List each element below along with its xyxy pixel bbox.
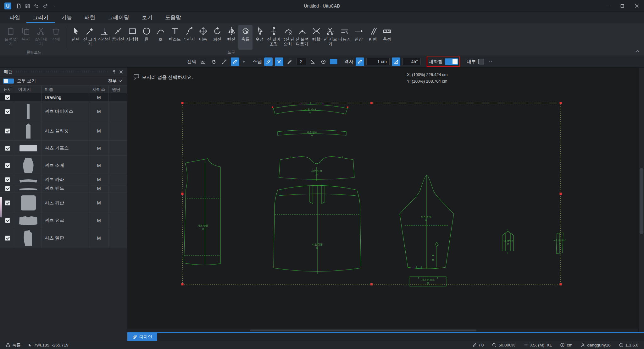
snap-point-toggle[interactable]	[264, 57, 273, 66]
visibility-checkbox[interactable]	[5, 163, 10, 168]
grid-size-input[interactable]: 1 cm	[366, 58, 390, 65]
inner-checkbox[interactable]	[478, 59, 484, 64]
piece-collar[interactable]: 셔츠 카라 M	[272, 102, 348, 114]
minimize-button[interactable]	[601, 0, 615, 12]
menu-help[interactable]: 도움말	[159, 12, 187, 23]
pattern-canvas-svg[interactable]: 모서리 점을 선택하세요. X: (100%) 226.424 cm Y: (1…	[127, 68, 638, 332]
menu-file[interactable]: 파일	[3, 12, 26, 23]
menu-function[interactable]: 기능	[55, 12, 78, 23]
delete-button[interactable]: 삭제	[48, 25, 64, 50]
menu-grading[interactable]: 그레이딩	[102, 12, 136, 23]
dialog-toggle[interactable]	[445, 58, 458, 65]
visibility-checkbox[interactable]	[5, 186, 10, 191]
piece-yoke[interactable]: 셔츠 요크 M	[279, 156, 354, 181]
select-hand-toggle[interactable]	[209, 57, 218, 66]
scrollbar-thumb[interactable]	[640, 168, 643, 234]
menu-draw[interactable]: 그리기	[26, 12, 55, 23]
cut-button[interactable]: 잘라내기	[33, 25, 48, 50]
tool-rectangle-button[interactable]: 사각형	[125, 25, 139, 50]
pattern-row-placket[interactable]: 셔츠 플라켓 M	[0, 121, 127, 141]
size-range[interactable]: XS, (M), XL	[524, 343, 552, 347]
zoom-level[interactable]: 50.000%	[492, 343, 515, 347]
snap-angle-toggle[interactable]	[308, 57, 317, 66]
quickbar-dropdown-button[interactable]	[50, 2, 58, 10]
ribbon-collapse-button[interactable]	[635, 49, 640, 54]
grid-angle-toggle[interactable]	[392, 57, 400, 66]
show-all-toggle[interactable]	[3, 79, 14, 84]
scrollbar-thumb[interactable]	[250, 330, 476, 331]
tool-perpendicular-line-button[interactable]: 직각선	[97, 25, 111, 50]
visibility-checkbox[interactable]	[5, 177, 10, 182]
tool-join-trim-button[interactable]: 선 붙여 다듬기	[295, 25, 309, 50]
piece-placket[interactable]: 셔츠 플라켓 M	[502, 229, 514, 254]
pattern-row-collar[interactable]: 셔츠 카라 M	[0, 175, 127, 184]
snap-distance-input[interactable]: 2	[296, 58, 306, 65]
pattern-row-front[interactable]: 셔츠 앞판 M	[0, 228, 127, 248]
tool-middle-line-button[interactable]: 중간선	[111, 25, 125, 50]
snap-color-swatch[interactable]	[330, 59, 337, 64]
copy-button[interactable]: 복사	[18, 25, 33, 50]
tool-select-button[interactable]: 선택	[69, 25, 83, 50]
close-button[interactable]	[630, 0, 644, 12]
visibility-checkbox[interactable]	[5, 200, 10, 205]
tool-scale-button[interactable]: 축률	[238, 25, 253, 50]
tool-parallel-button[interactable]: 평행	[366, 25, 380, 50]
tool-circle-button[interactable]: 원	[139, 25, 153, 50]
tab-design[interactable]: 디자인	[127, 333, 157, 341]
paste-button[interactable]: 붙여넣기	[3, 25, 18, 50]
tool-measure-button[interactable]: 측정	[380, 25, 394, 50]
tool-line-length-button[interactable]: 선 길이 조정	[267, 25, 281, 50]
pattern-row-cuffs[interactable]: 셔츠 커프스 M	[0, 141, 127, 156]
pattern-row-bias[interactable]: 셔츠 바이어스 M	[0, 102, 127, 121]
visibility-checkbox[interactable]	[5, 236, 10, 241]
visibility-checkbox[interactable]	[5, 95, 10, 100]
visibility-checkbox[interactable]	[5, 128, 10, 134]
piece-front[interactable]: 셔츠 앞판 M	[184, 159, 220, 265]
pattern-row-sleeve[interactable]: 셔츠 소매 M	[0, 156, 127, 175]
snap-intersection-toggle[interactable]	[275, 57, 283, 66]
tool-arc-button[interactable]: 호	[153, 25, 168, 50]
selection-handles[interactable]	[181, 102, 562, 286]
select-image-toggle[interactable]	[199, 57, 207, 66]
user-account[interactable]: dangguny16	[580, 343, 610, 347]
tool-mirror-button[interactable]: 반전	[224, 25, 238, 50]
snap-center-toggle[interactable]	[319, 57, 328, 66]
pattern-row-band[interactable]: 셔츠 밴드 M	[0, 184, 127, 193]
piece-band[interactable]: 셔츠 밴드 M	[278, 130, 346, 137]
horizontal-scrollbar[interactable]	[127, 329, 638, 332]
grid-toggle[interactable]	[356, 57, 364, 66]
tool-trim-button[interactable]: 다듬기	[337, 25, 352, 50]
filter-dropdown[interactable]: 전부	[108, 78, 124, 84]
tool-move-button[interactable]: 이동	[196, 25, 210, 50]
pen-count[interactable]: / 0	[472, 343, 484, 347]
tool-text-button[interactable]: 텍스트	[168, 25, 182, 50]
snap-endpoint-toggle[interactable]	[286, 57, 294, 66]
overflow-handle[interactable]	[489, 61, 492, 62]
tool-merge-button[interactable]: 병합	[309, 25, 323, 50]
tool-cut-line-button[interactable]: 선 자르기	[323, 25, 337, 50]
tool-rotate-button[interactable]: 회전	[210, 25, 224, 50]
selection-bounding-box[interactable]	[182, 103, 561, 284]
undo-button[interactable]	[32, 2, 41, 10]
piece-sleeve[interactable]: 셔츠 소매 M	[400, 175, 454, 269]
pin-button[interactable]	[111, 68, 118, 75]
app-version[interactable]: 1.3.6.0	[619, 343, 638, 347]
piece-cuffs[interactable]: 셔츠 커프스 M	[409, 277, 447, 286]
tool-simplify-curve-button[interactable]: 곡선 단순화	[281, 25, 295, 50]
tool-extend-button[interactable]: 연장	[352, 25, 366, 50]
drawing-canvas[interactable]: 모서리 점을 선택하세요. X: (100%) 226.424 cm Y: (1…	[127, 68, 638, 332]
tool-modify-button[interactable]: 수정	[253, 25, 267, 50]
maximize-button[interactable]	[615, 0, 630, 12]
grid-angle-input[interactable]: 45°	[402, 58, 421, 65]
pattern-row-back[interactable]: 셔츠 뒤판 M	[0, 193, 127, 213]
pattern-row-drawing[interactable]: Drawing M	[0, 93, 127, 102]
tool-draw-line-button[interactable]: 선 그리기	[83, 25, 97, 50]
select-pen-toggle[interactable]	[231, 57, 239, 66]
tool-curve-ruler-button[interactable]: 곡선자	[182, 25, 196, 50]
visibility-checkbox[interactable]	[5, 218, 10, 223]
pattern-row-yoke[interactable]: 셔츠 요크 M	[0, 213, 127, 228]
visibility-checkbox[interactable]	[5, 109, 10, 114]
save-button[interactable]	[23, 2, 32, 10]
redo-button[interactable]	[41, 2, 50, 10]
menu-pattern[interactable]: 패턴	[78, 12, 102, 23]
